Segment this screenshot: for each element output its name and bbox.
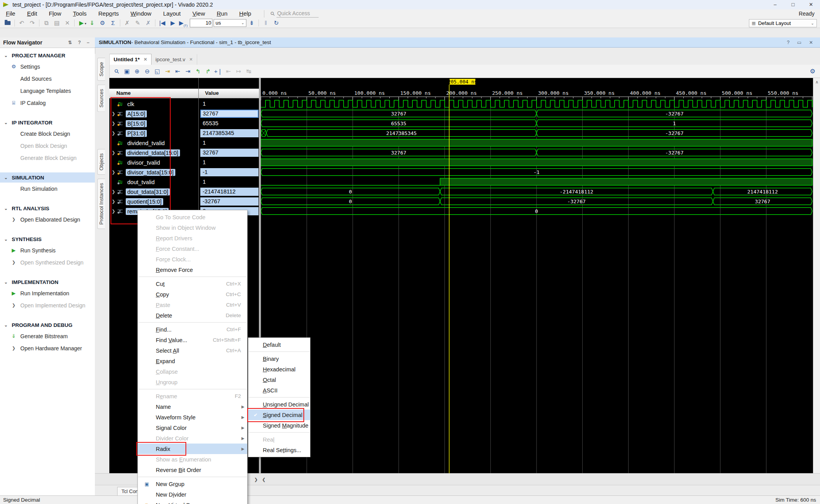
swap-start-icon[interactable]: ⇤	[223, 67, 234, 76]
menu-view[interactable]: View	[187, 10, 211, 17]
add-cursor-icon[interactable]: +❘	[213, 67, 223, 76]
menu-item-binary[interactable]: Binary	[248, 353, 310, 364]
flow-item-create-block-design[interactable]: Create Block Design	[0, 128, 95, 140]
simulation-time-input[interactable]	[190, 19, 212, 27]
tab-ipcore-test-v[interactable]: ipcore_test.v✕	[152, 54, 197, 65]
menu-item-find[interactable]: Find...Ctrl+F	[138, 324, 247, 335]
menu-help[interactable]: Help	[234, 10, 257, 17]
flow-item-run-synthesis[interactable]: ▶Run Synthesis	[0, 244, 95, 256]
signal-value-a-15-0[interactable]: 32767	[200, 110, 258, 118]
menu-item-octal[interactable]: Octal	[248, 374, 310, 385]
swap-end-icon[interactable]: ↦	[234, 67, 244, 76]
menu-item-new-group[interactable]: ▣New Group	[138, 479, 247, 489]
open-recent-button[interactable]	[2, 18, 13, 28]
wave-vertical-scrollbar[interactable]: ∧	[813, 78, 820, 473]
menu-window[interactable]: Window	[125, 10, 157, 17]
menu-layout[interactable]: Layout	[157, 10, 187, 17]
menu-item-new-virtual-bus[interactable]: ⧉New Virtual Bus	[138, 500, 247, 504]
menu-item-find-value[interactable]: Find Value...Ctrl+Shift+F	[138, 335, 247, 345]
collapse-left-icon[interactable]: ❮	[262, 477, 266, 482]
relaunch-simulation-button[interactable]: ↻	[271, 18, 282, 28]
goto-start-icon[interactable]: ⇤	[173, 67, 183, 76]
name-column-header[interactable]: Name	[116, 90, 131, 96]
signal-value-dividend-tvalid[interactable]: 1	[200, 139, 258, 147]
menu-item-waveform-style[interactable]: Waveform Style▶	[138, 412, 247, 422]
menu-flow[interactable]: Flow	[43, 10, 67, 17]
clear-breakpoints-button[interactable]: ✗	[143, 18, 153, 28]
side-tab-sources[interactable]: Sources	[97, 85, 105, 112]
report-summary-button[interactable]: Σ	[108, 18, 118, 28]
zoom-out-icon[interactable]: ⊖	[142, 67, 152, 76]
value-column-header[interactable]: Value	[205, 90, 219, 96]
run-for-time-button[interactable]: ▶(T)	[178, 18, 189, 28]
signal-value-b-15-0[interactable]: 65535	[200, 119, 258, 128]
copy-button[interactable]: ⧉	[41, 18, 52, 28]
time-unit-select[interactable]: us⌄	[214, 19, 246, 27]
layout-selector[interactable]: ▦ Default Layout ⌄	[749, 19, 817, 27]
menu-item-new-divider[interactable]: New Divider	[138, 489, 247, 500]
side-tab-scope[interactable]: Scope	[97, 58, 105, 81]
flow-section-header-program-and-debug[interactable]: ⌄PROGRAM AND DEBUG	[0, 320, 95, 330]
flow-item-open-hardware-manager[interactable]: ❯Open Hardware Manager	[0, 342, 95, 354]
flow-section-header-project-manager[interactable]: ⌄PROJECT MANAGER	[0, 50, 95, 60]
menu-item-ascii[interactable]: ASCII	[248, 385, 310, 396]
menu-item-select-all[interactable]: Select AllCtrl+A	[138, 345, 247, 356]
flow-item-run-simulation[interactable]: Run Simulation	[0, 183, 95, 195]
delete-button[interactable]: ✕	[62, 18, 73, 28]
signal-value-dividend-tdata-15-0[interactable]: 32767	[200, 149, 258, 157]
tab-close-icon[interactable]: ✕	[189, 57, 193, 62]
signal-value-divisor-tvalid[interactable]: 1	[200, 158, 258, 167]
minimize-button[interactable]: –	[766, 0, 784, 9]
edit-marker-button[interactable]: ✎	[132, 18, 143, 28]
menu-item-default[interactable]: Default	[248, 339, 310, 350]
run-button[interactable]: ▶▾	[76, 18, 87, 28]
flow-item-generate-bitstream[interactable]: ⇓Generate Bitstream	[0, 330, 95, 342]
flow-section-header-simulation[interactable]: ⌄SIMULATION	[0, 172, 95, 183]
zoom-fit-icon[interactable]: ◱	[152, 67, 162, 76]
menu-item-hexadecimal[interactable]: Hexadecimal	[248, 364, 310, 374]
menu-reports[interactable]: Reports	[93, 10, 125, 17]
signal-value-quotient-15-0[interactable]: -32767	[200, 197, 258, 206]
menu-file[interactable]: File	[0, 10, 21, 17]
signal-value-dout-tvalid[interactable]: 1	[200, 178, 258, 186]
fit-selection-icon[interactable]: ↹	[244, 67, 254, 76]
flow-item-open-elaborated-design[interactable]: ❯Open Elaborated Design	[0, 213, 95, 225]
signal-value-divisor-tdata-15-0[interactable]: -1	[200, 168, 258, 176]
menu-item-name[interactable]: Name▶	[138, 401, 247, 412]
generate-bitstream-toolbar-button[interactable]: ⇓	[87, 18, 97, 28]
tab-close-icon[interactable]: ✕	[144, 57, 147, 62]
previous-transition-icon[interactable]: ↰	[193, 67, 203, 76]
menu-edit[interactable]: Edit	[21, 10, 43, 17]
menu-item-remove-force[interactable]: Remove Force	[138, 264, 247, 275]
quick-access-search[interactable]: ⚲ Quick Access	[264, 10, 329, 18]
tab-untitled-1[interactable]: Untitled 1*✕	[109, 54, 152, 65]
menu-tools[interactable]: Tools	[67, 10, 93, 17]
flow-section-header-ip-integrator[interactable]: ⌄IP INTEGRATOR	[0, 117, 95, 128]
undo-button[interactable]: ↶	[16, 18, 27, 28]
paste-button[interactable]: ▤	[52, 18, 62, 28]
menu-item-signal-color[interactable]: Signal Color▶	[138, 422, 247, 433]
abort-button[interactable]: ✗	[122, 18, 132, 28]
next-transition-icon[interactable]: ↱	[203, 67, 213, 76]
flow-item-add-sources[interactable]: Add Sources	[0, 73, 95, 85]
run-all-button[interactable]: ▶	[168, 18, 178, 28]
goto-cursor-icon[interactable]: ⇥	[162, 67, 173, 76]
menu-item-cut[interactable]: CutCtrl+X	[138, 279, 247, 289]
side-tab-objects[interactable]: Objects	[97, 149, 105, 175]
flow-item-language-templates[interactable]: Language Templates	[0, 85, 95, 97]
flow-section-header-synthesis[interactable]: ⌄SYNTHESIS	[0, 234, 95, 244]
goto-end-icon[interactable]: ⇥	[183, 67, 193, 76]
maximize-button[interactable]: □	[784, 0, 802, 9]
restart-simulation-button[interactable]: |◀	[157, 18, 168, 28]
wave-settings-gear-icon[interactable]: ⚙	[810, 67, 815, 75]
flow-section-header-rtl-analysis[interactable]: ⌄RTL ANALYSIS	[0, 203, 95, 213]
menu-run[interactable]: Run	[211, 10, 234, 17]
side-tab-protocol-instances[interactable]: Protocol Instances	[97, 179, 105, 229]
close-button[interactable]: ✕	[802, 0, 820, 9]
menu-item-expand[interactable]: Expand	[138, 356, 247, 366]
signal-value-clk[interactable]: 1	[200, 100, 258, 108]
flow-section-header-implementation[interactable]: ⌄IMPLEMENTATION	[0, 277, 95, 287]
waveform-canvas[interactable]: 0.000 ns50.000 ns100.000 ns150.000 ns200…	[261, 78, 813, 473]
zoom-in-icon[interactable]: ⊕	[132, 67, 142, 76]
pause-button[interactable]: ‖	[260, 18, 271, 28]
